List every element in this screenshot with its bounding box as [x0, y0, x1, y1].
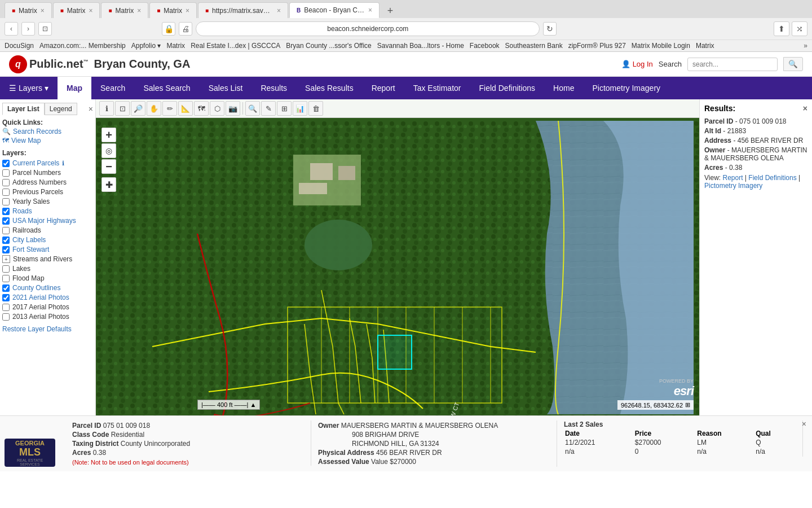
layer-2017-aerial[interactable]: 2017 Aerial Photos [2, 303, 93, 311]
view-map-link[interactable]: 🗺 View Map [2, 137, 93, 144]
bookmark-amazon[interactable]: Amazon.com:... Membership [39, 42, 126, 50]
layer-fort-stewart[interactable]: Fort Stewart [2, 246, 93, 253]
bookmark-docusign[interactable]: DocuSign [5, 42, 34, 50]
browser-tab-4[interactable]: ■ Matrix × [149, 2, 197, 18]
map-tool-info[interactable]: ℹ [99, 101, 114, 116]
map-area[interactable]: ℹ ⊡ 🔎 ✋ ✏ 📐 🗺 ⬡ 📷 🔍 ✎ ⊞ 📊 🗑 [96, 99, 699, 415]
url-input[interactable] [196, 21, 540, 36]
layer-checkbox-previous-parcels[interactable] [2, 189, 10, 196]
layer-yearly-sales[interactable]: Yearly Sales [2, 198, 93, 205]
layer-checkbox-current-parcels[interactable] [2, 160, 10, 167]
layer-checkbox-yearly-sales[interactable] [2, 198, 10, 205]
pictometry-link[interactable]: Pictometry Imagery [704, 182, 762, 190]
sidebar-close-button[interactable]: × [89, 104, 93, 113]
map-tool-chart[interactable]: 📊 [293, 101, 307, 116]
streams-expand-icon[interactable]: + [2, 255, 10, 263]
map-tool-measure[interactable]: 📐 [178, 101, 193, 116]
browser-tab-1[interactable]: ■ Matrix × [5, 2, 52, 18]
browser-tab-active[interactable]: B Beacon - Bryan County, GA ... × [289, 2, 379, 18]
map-tool-clear[interactable]: 🗑 [308, 101, 323, 116]
layer-streams-rivers[interactable]: + Streams and Rivers [2, 255, 93, 263]
zoom-in-button[interactable]: + [102, 128, 116, 142]
map-tool-layers[interactable]: ⊞ [277, 101, 292, 116]
sidebar-tab-layer-list[interactable]: Layer List [2, 103, 45, 115]
bookmark-savannah[interactable]: Savannah Boa...ltors - Home [377, 42, 464, 50]
layer-roads[interactable]: Roads [2, 207, 93, 215]
nav-item-home[interactable]: Home [544, 77, 583, 99]
layer-address-numbers[interactable]: Address Numbers [2, 178, 93, 186]
nav-item-results[interactable]: Results [251, 77, 296, 99]
layer-checkbox-county-outlines[interactable] [2, 284, 10, 292]
map-tool-screenshot[interactable]: 📷 [226, 101, 240, 116]
overview-button[interactable]: ⊡ [38, 22, 52, 36]
layer-2013-aerial[interactable]: 2013 Aerial Photos [2, 313, 93, 321]
layer-flood-map[interactable]: Flood Map [2, 274, 93, 282]
locate-button[interactable]: ◎ [102, 143, 116, 158]
header-search-submit[interactable]: 🔍 [783, 57, 803, 71]
forward-button[interactable]: › [21, 22, 35, 36]
bookmark-bryan[interactable]: Bryan County ...ssor's Office [286, 42, 371, 50]
layer-lakes[interactable]: Lakes [2, 265, 93, 273]
layer-usa-highways[interactable]: USA Major Highways [2, 217, 93, 225]
layer-checkbox-usa-highways[interactable] [2, 217, 10, 225]
results-close-button[interactable]: × [803, 104, 807, 113]
layer-checkbox-city-labels[interactable] [2, 237, 10, 244]
layer-checkbox-railroads[interactable] [2, 227, 10, 234]
nav-item-sales-results[interactable]: Sales Results [296, 77, 363, 99]
layer-checkbox-address-numbers[interactable] [2, 179, 10, 186]
info-icon-current-parcels[interactable]: ℹ [62, 160, 64, 167]
bookmark-more[interactable]: » [804, 42, 807, 50]
layer-checkbox-lakes[interactable] [2, 265, 10, 273]
layer-checkbox-fort-stewart[interactable] [2, 246, 10, 253]
back-button[interactable]: ‹ [5, 22, 18, 36]
browser-tab-2[interactable]: ■ Matrix × [53, 2, 100, 18]
reload-button[interactable]: ↻ [543, 22, 557, 36]
compass-button[interactable]: ✚ [102, 177, 116, 192]
map-tool-draw[interactable]: ✏ [162, 101, 177, 116]
nav-item-report[interactable]: Report [363, 77, 404, 99]
layer-checkbox-2017-aerial[interactable] [2, 304, 10, 311]
map-tool-pan[interactable]: ✋ [147, 101, 161, 116]
map-tool-select-box[interactable]: ⊡ [115, 101, 130, 116]
nav-item-field-definitions[interactable]: Field Definitions [470, 77, 545, 99]
bookmark-appfolio[interactable]: Appfolio ▾ [131, 42, 161, 50]
layer-county-outlines[interactable]: County Outlines [2, 284, 93, 292]
fullscreen-button[interactable]: ⤮ [792, 21, 807, 36]
field-definitions-link[interactable]: Field Definitions [748, 174, 796, 182]
nav-item-search[interactable]: Search [91, 77, 134, 99]
bookmark-realestate[interactable]: Real Estate I...dex | GSCCCA [191, 42, 280, 50]
nav-item-sales-search[interactable]: Sales Search [134, 77, 199, 99]
bookmark-facebook[interactable]: Facebook [470, 42, 500, 50]
nav-item-layers[interactable]: ☰ Layers ▾ [0, 77, 58, 99]
nav-item-tax-estimator[interactable]: Tax Estimator [404, 77, 470, 99]
new-tab-button[interactable]: + [383, 3, 398, 18]
layer-railroads[interactable]: Railroads [2, 226, 93, 234]
bookmark-zipform[interactable]: zipForm® Plus 927 [568, 42, 626, 50]
layer-city-labels[interactable]: City Labels [2, 236, 93, 244]
browser-tab-3[interactable]: ■ Matrix × [101, 2, 148, 18]
map-tool-extent[interactable]: 🗺 [194, 101, 209, 116]
nav-item-pictometry[interactable]: Pictometry Imagery [583, 77, 669, 99]
layer-checkbox-2013-aerial[interactable] [2, 313, 10, 321]
map-tool-edit[interactable]: ✎ [261, 101, 276, 116]
header-search-input[interactable] [687, 58, 778, 71]
map-tool-polygon[interactable]: ⬡ [210, 101, 224, 116]
search-text-button[interactable]: Search [659, 60, 682, 68]
layer-previous-parcels[interactable]: Previous Parcels [2, 188, 93, 196]
bookmark-matrix2[interactable]: Matrix [696, 42, 714, 50]
bottom-bar-close-button[interactable]: × [802, 419, 806, 428]
print-icon[interactable]: 🖨 [179, 22, 192, 36]
layer-checkbox-roads[interactable] [2, 208, 10, 215]
map-tool-zoom-in[interactable]: 🔎 [131, 101, 145, 116]
browser-tab-5[interactable]: ■ https://matrix.savannahmulti-li... × [198, 2, 288, 18]
bookmark-matrix-mobile[interactable]: Matrix Mobile Login [632, 42, 690, 50]
layer-parcel-numbers[interactable]: Parcel Numbers [2, 169, 93, 177]
bookmark-matrix[interactable]: Matrix [166, 42, 185, 50]
nav-item-sales-list[interactable]: Sales List [200, 77, 252, 99]
coords-expand-icon[interactable]: ⊞ [685, 401, 690, 409]
map-tool-search[interactable]: 🔍 [245, 101, 260, 116]
search-records-link[interactable]: 🔍 Search Records [2, 128, 93, 135]
restore-layer-defaults-link[interactable]: Restore Layer Defaults [2, 325, 93, 333]
layer-checkbox-parcel-numbers[interactable] [2, 169, 10, 177]
zoom-out-button[interactable]: − [102, 159, 116, 174]
